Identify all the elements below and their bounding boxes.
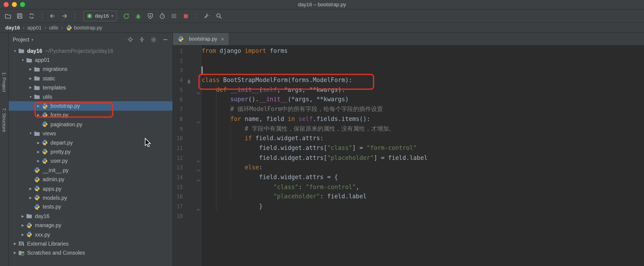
- hide-button[interactable]: [162, 36, 168, 43]
- tree-item-migrations[interactable]: ▶migrations: [8, 65, 172, 74]
- tree-item-external-libraries[interactable]: ▶External Libraries: [8, 239, 172, 248]
- tree-item-pretty-py[interactable]: ▶pretty.py: [8, 147, 172, 157]
- fold-close-marker-icon[interactable]: [196, 205, 200, 208]
- chevron-expanded-icon[interactable]: ▼: [12, 49, 18, 53]
- chevron-collapsed-icon[interactable]: ▶: [20, 214, 26, 218]
- chevron-collapsed-icon[interactable]: ▶: [35, 141, 42, 144]
- tree-item-models-py[interactable]: ▶models.py: [8, 193, 172, 203]
- tree-item-day16[interactable]: ▼day16~/PycharmProjects/gx/day16: [8, 46, 172, 56]
- concurrency-button[interactable]: [168, 11, 179, 21]
- fold-open-marker-icon[interactable]: [196, 89, 200, 92]
- code-editor[interactable]: 123456789101112131415161718 from django …: [173, 45, 644, 266]
- code-line[interactable]: }: [202, 202, 644, 211]
- code-line[interactable]: # 循环ModelForm中的所有字段，给每个字段的插件设置: [202, 105, 644, 114]
- search-button[interactable]: [213, 11, 224, 21]
- class-gutter-arrow-icon[interactable]: [186, 78, 191, 83]
- tree-item-__init__-py[interactable]: __init__.py: [8, 166, 172, 175]
- chevron-collapsed-icon[interactable]: ▶: [28, 196, 34, 200]
- code-line[interactable]: "placeholder": field.label: [202, 192, 644, 202]
- chevron-collapsed-icon[interactable]: ▶: [28, 86, 34, 89]
- tree-item-day16[interactable]: ▶day16: [8, 212, 172, 221]
- tools-button[interactable]: [202, 11, 212, 21]
- fold-open-marker-icon[interactable]: [196, 176, 200, 179]
- chevron-collapsed-icon[interactable]: ▶: [20, 223, 26, 227]
- code-line[interactable]: [202, 56, 644, 66]
- tree-item-label: External Libraries: [27, 241, 69, 247]
- tree-item-templates[interactable]: ▶templates: [8, 83, 172, 92]
- tree-item-xxx-py[interactable]: ▶xxx.py: [8, 230, 172, 239]
- coverage-button[interactable]: [145, 11, 156, 21]
- tree-item-pagination-py[interactable]: pagination.py: [8, 120, 172, 129]
- chevron-collapsed-icon[interactable]: ▶: [28, 77, 34, 80]
- breadcrumb-item-day16[interactable]: day16: [5, 25, 20, 31]
- breadcrumb-item-utils[interactable]: utils: [49, 25, 58, 31]
- chevron-collapsed-icon[interactable]: ▶: [35, 113, 42, 117]
- fold-open-marker-icon[interactable]: [196, 166, 200, 169]
- tree-item-static[interactable]: ▶static: [8, 74, 172, 83]
- chevron-collapsed-icon[interactable]: ▶: [20, 233, 26, 236]
- tree-item-bootstrap-py[interactable]: ▶bootstrap.py: [8, 102, 172, 111]
- chevron-expanded-icon[interactable]: ▼: [20, 58, 26, 62]
- save-button[interactable]: [14, 11, 25, 21]
- profiler-button[interactable]: [157, 11, 168, 21]
- code-line[interactable]: else:: [202, 163, 644, 173]
- back-button[interactable]: [47, 11, 58, 21]
- tree-item-user-py[interactable]: ▶user.py: [8, 156, 172, 166]
- settings-button[interactable]: [150, 36, 157, 43]
- sync-button[interactable]: [26, 11, 37, 21]
- code-line[interactable]: [202, 211, 644, 221]
- python-file-icon: [34, 176, 41, 183]
- tree-item-manage-py[interactable]: ▶manage.py: [8, 221, 172, 230]
- debug-button[interactable]: [133, 11, 144, 21]
- code-line[interactable]: [202, 66, 644, 76]
- code-line[interactable]: super().__init__(*args, **kwargs): [202, 95, 644, 105]
- code-line[interactable]: "class": "form-control",: [202, 182, 644, 192]
- chevron-expanded-icon[interactable]: ▼: [28, 95, 34, 99]
- tree-item-form-py[interactable]: ▶form.py: [8, 111, 172, 120]
- code-line[interactable]: field.widget.attrs = {: [202, 173, 644, 182]
- tree-item-utils[interactable]: ▼utils: [8, 92, 172, 102]
- code-line[interactable]: # 字段中有属性，保留原来的属性，没有属性，才增加。: [202, 124, 644, 134]
- chevron-expanded-icon[interactable]: ▼: [28, 132, 34, 135]
- stop-button[interactable]: [180, 11, 191, 21]
- project-panel-title[interactable]: Project: [13, 36, 30, 43]
- chevron-collapsed-icon[interactable]: ▶: [28, 187, 34, 190]
- code-line[interactable]: if field.widget.attrs:: [202, 134, 644, 143]
- tree-item-admin-py[interactable]: admin.py: [8, 175, 172, 184]
- tree-item-apps-py[interactable]: ▶apps.py: [8, 184, 172, 193]
- tree-item-app01[interactable]: ▼app01: [8, 56, 172, 65]
- chevron-collapsed-icon[interactable]: ▶: [35, 159, 42, 163]
- code-line[interactable]: field.widget.attrs["placeholder"] = fiel…: [202, 153, 644, 163]
- close-tab-icon[interactable]: ×: [221, 36, 224, 42]
- code-line[interactable]: def __init__(self, *args, **kwargs):: [202, 85, 644, 95]
- code-line[interactable]: field.widget.attrs["class"] = "form-cont…: [202, 143, 644, 153]
- fold-close-marker-icon[interactable]: [196, 156, 200, 160]
- editor-tab-bootstrap-py[interactable]: bootstrap.py ×: [173, 33, 229, 45]
- fold-open-marker-icon[interactable]: [196, 118, 200, 121]
- chevron-collapsed-icon[interactable]: ▶: [35, 150, 42, 154]
- code-line[interactable]: class BootStrapModelForm(forms.ModelForm…: [202, 76, 644, 85]
- tree-item-label: templates: [43, 85, 66, 91]
- run-config-selector[interactable]: day16▾: [83, 11, 116, 21]
- tool-stripe-button-project[interactable]: 1: Project: [2, 72, 6, 92]
- tool-stripe-button-structure[interactable]: 7: Structure: [2, 108, 6, 132]
- tree-item-tests-py[interactable]: tests.py: [8, 202, 172, 212]
- open-button[interactable]: [2, 11, 13, 21]
- code-line[interactable]: from django import forms: [202, 46, 644, 56]
- rerun-icon: [123, 12, 130, 19]
- chevron-collapsed-icon[interactable]: ▶: [12, 251, 18, 255]
- code-line[interactable]: for name, field in self.fields.items():: [202, 114, 644, 124]
- chevron-collapsed-icon[interactable]: ▶: [35, 104, 42, 108]
- rerun-button[interactable]: [121, 11, 132, 21]
- back-icon: [49, 13, 56, 19]
- tree-item-scratches-and-consoles[interactable]: ▶Scratches and Consoles: [8, 248, 172, 258]
- chevron-collapsed-icon[interactable]: ▶: [12, 242, 18, 246]
- breadcrumb-item-bootstrap-py[interactable]: bootstrap.py: [66, 24, 102, 31]
- locate-button[interactable]: [127, 36, 134, 43]
- chevron-collapsed-icon[interactable]: ▶: [28, 67, 34, 71]
- tree-item-views[interactable]: ▼views: [8, 129, 172, 138]
- tree-item-depart-py[interactable]: ▶depart.py: [8, 138, 172, 147]
- forward-button[interactable]: [59, 11, 70, 21]
- collapse-all-button[interactable]: [139, 36, 145, 43]
- breadcrumb-item-app01[interactable]: app01: [28, 25, 42, 31]
